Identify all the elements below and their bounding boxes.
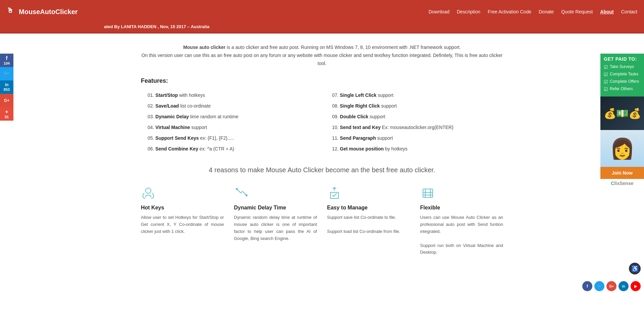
social-sidebar: f 104 🐦 in 853 G+ + 91	[0, 54, 13, 121]
reason-dynamic-delay-desc: Dynamic random delay time at runtime of …	[234, 214, 317, 242]
feature-12-rest: by hotkeys	[384, 146, 408, 151]
feature-1-num: 01.	[148, 92, 155, 98]
reason-flexible-title: Flexible	[420, 205, 503, 211]
main-nav: Download Description Free Activation Cod…	[429, 9, 637, 14]
feature-4-bold: Virtual Machine	[155, 125, 190, 130]
reason-easy-manage: Easy to Manage Support save list Co-ordi…	[327, 186, 410, 256]
header: 🖱 MouseAutoClicker Download Description …	[0, 0, 644, 34]
googleplus-icon: G+	[4, 98, 9, 103]
feature-2: 02. Save/Load list co-ordinate	[148, 102, 319, 110]
facebook-count: 104	[4, 61, 10, 66]
feature-9-num: 09.	[332, 114, 340, 119]
reason-dynamic-delay: Dynamic Delay Time Dynamic random delay …	[234, 186, 317, 256]
feature-1-rest: with hotkeys	[178, 92, 205, 98]
site-logo[interactable]: 🖱 MouseAutoClicker	[7, 7, 78, 17]
check-icon-2: ☑	[604, 72, 608, 77]
nav-quote[interactable]: Quote Request	[561, 9, 593, 14]
feature-2-num: 02.	[148, 103, 155, 109]
googleplus-share-button[interactable]: G+	[0, 94, 13, 107]
linkedin-icon: in	[5, 82, 9, 87]
nav-contact[interactable]: Contact	[621, 9, 637, 14]
woman-emoji: 👩	[610, 137, 635, 161]
feature-3-bold: Dynamic Delay	[155, 114, 189, 119]
money-visual: 💰💵💰	[600, 97, 644, 130]
reasons-title: 4 reasons to make Mouse Auto Clicker bec…	[141, 166, 503, 174]
reason-hotkeys: Hot Keys Allow user to set Hotkeys for S…	[141, 186, 224, 256]
svg-line-2	[241, 191, 243, 193]
feature-7-bold: Single Left Click	[340, 92, 376, 98]
reason-flexible-desc: Users can use Mouse Auto Clicker as an p…	[420, 214, 503, 256]
features-title: Features:	[141, 77, 503, 84]
accessibility-button[interactable]: ♿	[629, 263, 641, 273]
intro-line2: On this version user can use this as an …	[141, 52, 503, 68]
reason-easy-manage-title: Easy to Manage	[327, 205, 410, 211]
facebook-share-button[interactable]: f 104	[0, 54, 13, 67]
easy-manage-icon	[327, 186, 342, 201]
reason-easy-manage-desc: Support save list Co-ordinate to file.Su…	[327, 214, 410, 235]
feature-11-rest: support	[376, 135, 393, 141]
feature-7-num: 07.	[332, 92, 340, 98]
clix-rest: lixSense	[614, 181, 634, 186]
ad-offers: ☑ Complete Offers	[604, 79, 641, 84]
feature-3: 03. Dynamic Delay time random at runtime	[148, 113, 319, 121]
feature-7: 07. Single Left Click support	[332, 91, 503, 99]
flexible-icon	[420, 186, 435, 201]
linkedin-share-button[interactable]: in 853	[0, 80, 13, 94]
ad-surveys-label: Take Surveys	[610, 64, 634, 69]
feature-12-num: 12.	[332, 146, 340, 151]
linkedin-count: 853	[4, 87, 10, 92]
feature-4: 04. Virtual Machine support	[148, 123, 319, 131]
intro-bold: Mouse auto clicker	[183, 45, 225, 50]
plus-count: 91	[5, 115, 9, 119]
svg-point-4	[236, 188, 237, 190]
intro-desc: is a auto clicker and free auto post. Ru…	[225, 45, 461, 50]
reasons-grid: Hot Keys Allow user to set Hotkeys for S…	[141, 186, 503, 256]
nav-download[interactable]: Download	[429, 9, 449, 14]
clixsense-logo: ClixSense	[600, 179, 644, 188]
feature-2-bold: Save/Load	[155, 103, 179, 109]
svg-point-5	[246, 195, 247, 196]
woman-visual: 👩	[600, 130, 644, 167]
intro-paragraph: Mouse auto clicker is a auto clicker and…	[141, 44, 503, 67]
feature-2-rest: list co-ordinate	[179, 103, 211, 109]
ad-tasks-label: Complete Tasks	[610, 72, 638, 76]
feature-10-num: 10.	[332, 125, 340, 130]
check-icon-4: ☑	[604, 86, 608, 92]
feature-6: 06. Send Combine Key ex: ^a (CTR + A)	[148, 145, 319, 153]
feature-4-num: 04.	[148, 125, 155, 130]
nav-free-activation[interactable]: Free Activation Code	[488, 9, 531, 14]
join-now-button[interactable]: Join Now	[600, 167, 644, 179]
right-sidebar-ad: GET PAID TO: ☑ Take Surveys ☑ Complete T…	[600, 54, 644, 188]
check-icon: ☑	[604, 64, 608, 70]
plus-share-button[interactable]: + 91	[0, 107, 13, 121]
svg-rect-6	[423, 189, 433, 197]
nav-donate[interactable]: Donate	[539, 9, 554, 14]
nav-about[interactable]: About	[600, 9, 613, 14]
header-tagline: ated By LANITA HADDEN , Nov, 15 2017 – A…	[0, 23, 644, 34]
reasons-section: 4 reasons to make Mouse Auto Clicker bec…	[141, 166, 503, 256]
twitter-icon: 🐦	[3, 70, 10, 77]
feature-1: 01. Start/Stop with hotkeys	[148, 91, 319, 99]
feature-6-num: 06.	[148, 146, 155, 151]
feature-10-rest: Ex: mouseautoclicker.org{ENTER}	[381, 125, 453, 130]
ad-refer-label: Refer Others	[610, 86, 633, 91]
feature-8-rest: support	[380, 103, 397, 109]
ad-offers-label: Complete Offers	[610, 79, 639, 84]
accessibility-icon: ♿	[631, 265, 639, 272]
reason-hotkeys-title: Hot Keys	[141, 205, 224, 211]
feature-5-num: 05.	[148, 135, 155, 141]
logo-text: MouseAutoClicker	[19, 8, 78, 16]
feature-9-bold: Double Click	[340, 114, 368, 119]
logo-icon: 🖱	[7, 7, 17, 17]
reason-hotkeys-desc: Allow user to set Hotkeys for Start/Stop…	[141, 214, 224, 235]
tagline-author: LANITA HADDEN	[121, 24, 156, 29]
feature-7-rest: support	[376, 92, 393, 98]
ad-refer: ☑ Refer Others	[604, 86, 641, 92]
ad-title: GET PAID TO:	[604, 56, 641, 62]
feature-10: 10. Send text and Key Ex: mouseautoclick…	[332, 123, 503, 131]
feature-3-rest: time random at runtime	[189, 114, 238, 119]
ad-surveys: ☑ Take Surveys	[604, 64, 641, 70]
feature-9: 09. Double Click support	[332, 113, 503, 121]
twitter-share-button[interactable]: 🐦	[0, 67, 13, 80]
nav-description[interactable]: Description	[457, 9, 480, 14]
